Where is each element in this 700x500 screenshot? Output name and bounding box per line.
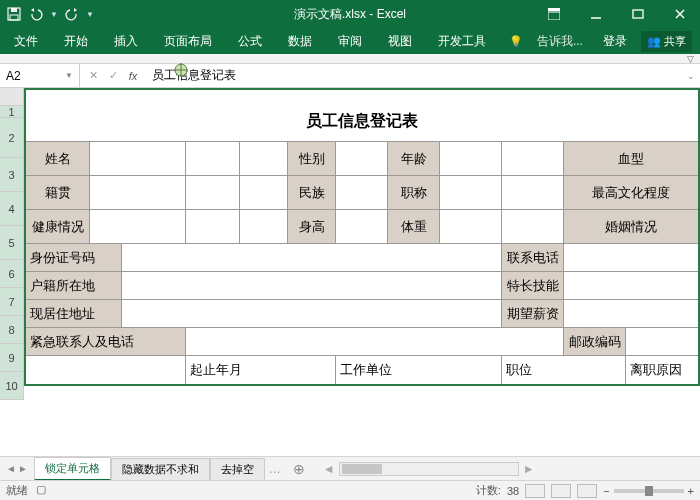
tab-file[interactable]: 文件 <box>8 29 44 54</box>
cell[interactable] <box>502 176 564 209</box>
close-button[interactable] <box>660 0 700 28</box>
row-4[interactable]: 4 <box>0 192 24 226</box>
cell[interactable] <box>336 210 388 243</box>
tab-view[interactable]: 视图 <box>382 29 418 54</box>
cell[interactable] <box>502 210 564 243</box>
save-icon[interactable] <box>6 6 22 22</box>
row-9[interactable]: 9 <box>0 344 24 372</box>
cell[interactable] <box>440 176 502 209</box>
cell[interactable] <box>502 142 564 175</box>
namebox-caret-icon[interactable]: ▼ <box>65 71 73 80</box>
qat-more-icon[interactable]: ▼ <box>86 10 94 19</box>
spreadsheet-grid[interactable]: A B C D E F G H I J K 1 2 3 4 5 6 7 8 9 … <box>0 88 700 458</box>
cell[interactable] <box>336 142 388 175</box>
zoom-out-button[interactable]: − <box>603 485 609 497</box>
row-1[interactable]: 1 <box>0 106 24 118</box>
label-nation: 民族 <box>288 176 336 209</box>
select-all-corner[interactable] <box>0 88 24 105</box>
row-7[interactable]: 7 <box>0 288 24 316</box>
ribbon-collapse-icon[interactable]: ▽ <box>687 54 694 64</box>
tab-review[interactable]: 审阅 <box>332 29 368 54</box>
cell[interactable] <box>240 176 288 209</box>
share-icon: 👥 <box>647 35 664 47</box>
formula-expand-icon[interactable]: ⌄ <box>682 71 700 81</box>
name-box[interactable]: A2 ▼ <box>0 64 80 87</box>
zoom-slider[interactable] <box>614 489 684 493</box>
row-3[interactable]: 3 <box>0 158 24 192</box>
label-company: 工作单位 <box>336 356 502 384</box>
cell[interactable] <box>90 176 186 209</box>
fx-icon[interactable]: fx <box>124 67 142 85</box>
sheet-tab-2[interactable]: 隐藏数据不求和 <box>111 458 210 480</box>
row-2[interactable]: 2 <box>0 118 24 158</box>
sheet-prev-icon[interactable]: ◄ <box>6 463 16 474</box>
maximize-button[interactable] <box>618 0 658 28</box>
name-box-value: A2 <box>6 69 21 83</box>
window-title: 演示文稿.xlsx - Excel <box>294 6 406 23</box>
cancel-formula-icon[interactable]: ✕ <box>84 67 102 85</box>
tab-data[interactable]: 数据 <box>282 29 318 54</box>
cell[interactable] <box>626 328 698 355</box>
view-pagebreak-icon[interactable] <box>577 484 597 498</box>
macro-record-icon[interactable]: ▢ <box>36 483 46 498</box>
svg-rect-1 <box>11 8 17 12</box>
tab-layout[interactable]: 页面布局 <box>158 29 218 54</box>
cell[interactable] <box>186 176 240 209</box>
formula-input[interactable]: 员工信息登记表 <box>146 67 682 84</box>
form-title: 员工信息登记表 <box>26 102 698 142</box>
label-period: 起止年月 <box>186 356 336 384</box>
row-8[interactable]: 8 <box>0 316 24 344</box>
cell[interactable] <box>564 300 698 327</box>
view-layout-icon[interactable] <box>551 484 571 498</box>
hscroll-left-icon[interactable]: ◄ <box>323 462 339 476</box>
cell[interactable] <box>122 272 502 299</box>
tab-dev[interactable]: 开发工具 <box>432 29 492 54</box>
sheet-next-icon[interactable]: ► <box>18 463 28 474</box>
view-normal-icon[interactable] <box>525 484 545 498</box>
cell[interactable] <box>240 210 288 243</box>
sheet-tabs: 锁定单元格 隐藏数据不求和 去掉空 … ⊕ <box>34 457 313 481</box>
cell[interactable] <box>186 142 240 175</box>
horizontal-scrollbar[interactable] <box>339 462 519 476</box>
cell[interactable] <box>122 300 502 327</box>
hscroll-right-icon[interactable]: ► <box>519 462 535 476</box>
row-10[interactable]: 10 <box>0 372 24 400</box>
tab-formula[interactable]: 公式 <box>232 29 268 54</box>
sheet-tab-active[interactable]: 锁定单元格 <box>34 457 111 481</box>
formula-buttons: ✕ ✓ fx <box>80 67 146 85</box>
cell[interactable] <box>336 176 388 209</box>
employee-form: 员工信息登记表 姓名 性别 年龄 血型 籍贯 民族 职称 <box>24 88 700 386</box>
cell[interactable] <box>90 142 186 175</box>
cell[interactable] <box>240 142 288 175</box>
label-skill: 特长技能 <box>502 272 564 299</box>
cell[interactable] <box>186 328 564 355</box>
row-5[interactable]: 5 <box>0 226 24 260</box>
scroll-thumb[interactable] <box>342 464 382 474</box>
cell[interactable] <box>122 244 502 271</box>
enter-formula-icon[interactable]: ✓ <box>104 67 122 85</box>
share-button[interactable]: 👥 共享 <box>641 31 692 52</box>
sheet-tab-3[interactable]: 去掉空 <box>210 458 265 480</box>
undo-caret-icon[interactable]: ▼ <box>50 10 58 19</box>
cell[interactable] <box>564 272 698 299</box>
tab-tellme[interactable]: 告诉我... <box>531 29 589 54</box>
row-6[interactable]: 6 <box>0 260 24 288</box>
cell[interactable] <box>90 210 186 243</box>
redo-icon[interactable] <box>64 6 80 22</box>
cell[interactable] <box>440 142 502 175</box>
sheet-tab-row: ◄ ► 锁定单元格 隐藏数据不求和 去掉空 … ⊕ ◄ ► <box>0 456 700 480</box>
cell[interactable] <box>186 210 240 243</box>
undo-icon[interactable] <box>28 6 44 22</box>
cell[interactable] <box>26 356 186 384</box>
tab-insert[interactable]: 插入 <box>108 29 144 54</box>
cell[interactable] <box>440 210 502 243</box>
sheet-more: … <box>265 462 285 476</box>
signin-button[interactable]: 登录 <box>597 29 633 54</box>
add-sheet-button[interactable]: ⊕ <box>285 461 313 477</box>
status-count: 38 <box>507 485 519 497</box>
cell[interactable] <box>564 244 698 271</box>
tab-home[interactable]: 开始 <box>58 29 94 54</box>
ribbon-options-icon[interactable] <box>534 0 574 28</box>
minimize-button[interactable] <box>576 0 616 28</box>
zoom-in-button[interactable]: + <box>688 485 694 497</box>
